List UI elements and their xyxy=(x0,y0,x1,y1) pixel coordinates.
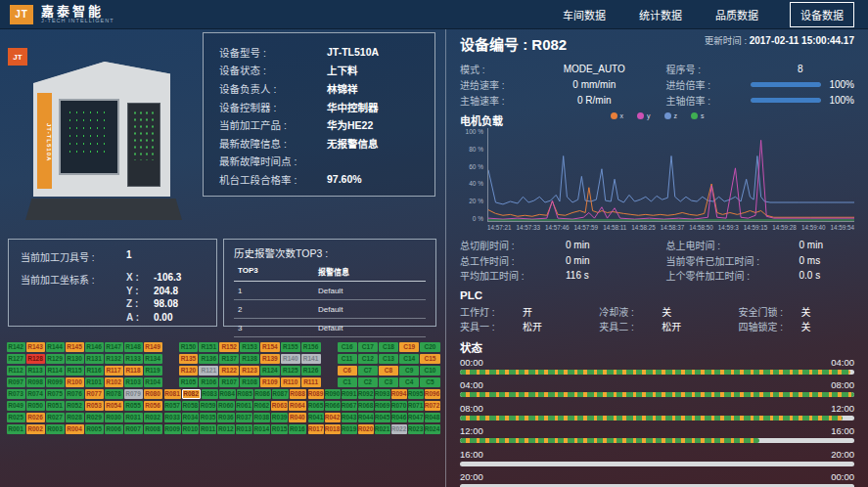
tag-R043[interactable]: R043 xyxy=(342,413,357,422)
tag-R109[interactable]: R109 xyxy=(260,377,280,387)
tag-R028[interactable]: R028 xyxy=(66,413,84,422)
tag-R152[interactable]: R152 xyxy=(219,342,239,352)
nav-tab-workshop[interactable]: 车间数据 xyxy=(561,3,608,26)
tag-R016[interactable]: R016 xyxy=(289,424,305,434)
tag-R065[interactable]: R065 xyxy=(308,401,324,411)
tag-R038[interactable]: R038 xyxy=(253,413,270,422)
tag-R008[interactable]: R008 xyxy=(144,424,162,434)
tag-R010[interactable]: R010 xyxy=(182,424,199,434)
tag-R141[interactable]: R141 xyxy=(301,354,321,364)
tag-R148[interactable]: R148 xyxy=(124,342,143,352)
tag-R049[interactable]: R049 xyxy=(7,401,25,411)
tag-R127[interactable]: R127 xyxy=(7,354,25,364)
tag-R075[interactable]: R075 xyxy=(46,389,65,399)
tag-R074[interactable]: R074 xyxy=(26,389,45,399)
tag-R123[interactable]: R123 xyxy=(240,366,259,376)
tag-R087[interactable]: R087 xyxy=(272,389,289,399)
tag-C14[interactable]: C14 xyxy=(399,354,419,364)
tag-R045[interactable]: R045 xyxy=(375,413,390,422)
tag-R086[interactable]: R086 xyxy=(254,389,271,399)
tag-R004[interactable]: R004 xyxy=(66,424,84,434)
tag-C10[interactable]: C10 xyxy=(420,366,439,376)
tag-C4[interactable]: C4 xyxy=(399,377,419,387)
tag-R005[interactable]: R005 xyxy=(85,424,104,434)
tag-R151[interactable]: R151 xyxy=(199,342,218,352)
tag-R104[interactable]: R104 xyxy=(144,377,162,387)
tag-R101[interactable]: R101 xyxy=(85,377,104,387)
tag-R039[interactable]: R039 xyxy=(271,413,288,422)
tag-R125[interactable]: R125 xyxy=(281,366,300,376)
tag-R105[interactable]: R105 xyxy=(179,377,199,387)
tag-R092[interactable]: R092 xyxy=(358,389,374,399)
tag-R082[interactable]: R082 xyxy=(182,389,201,399)
tag-R055[interactable]: R055 xyxy=(124,401,143,411)
tag-R017[interactable]: R017 xyxy=(308,424,324,434)
tag-R150[interactable]: R150 xyxy=(179,342,199,352)
tag-R110[interactable]: R110 xyxy=(281,377,300,387)
tag-R119[interactable]: R119 xyxy=(144,366,162,376)
tag-C9[interactable]: C9 xyxy=(399,366,419,376)
tag-R054[interactable]: R054 xyxy=(105,401,123,411)
tag-R108[interactable]: R108 xyxy=(240,377,259,387)
tag-R147[interactable]: R147 xyxy=(105,342,123,352)
tag-R013[interactable]: R013 xyxy=(236,424,252,434)
tag-R079[interactable]: R079 xyxy=(124,389,143,399)
nav-tab-quality[interactable]: 品质数据 xyxy=(713,3,760,26)
tag-R093[interactable]: R093 xyxy=(375,389,390,399)
tag-C7[interactable]: C7 xyxy=(358,366,378,376)
tag-R094[interactable]: R094 xyxy=(391,389,407,399)
tag-R001[interactable]: R001 xyxy=(7,424,25,434)
tag-C3[interactable]: C3 xyxy=(379,377,398,387)
tag-R058[interactable]: R058 xyxy=(182,401,199,411)
tag-C18[interactable]: C18 xyxy=(379,342,398,352)
tag-R026[interactable]: R026 xyxy=(26,413,45,422)
tag-R014[interactable]: R014 xyxy=(253,424,270,434)
tag-R048[interactable]: R048 xyxy=(425,413,440,422)
tag-R063[interactable]: R063 xyxy=(271,401,288,411)
tag-C15[interactable]: C15 xyxy=(420,354,439,364)
tag-R042[interactable]: R042 xyxy=(325,413,341,422)
tag-R070[interactable]: R070 xyxy=(391,401,407,411)
tag-R029[interactable]: R029 xyxy=(85,413,104,422)
tag-R036[interactable]: R036 xyxy=(217,413,234,422)
tag-R080[interactable]: R080 xyxy=(144,389,162,399)
tag-R027[interactable]: R027 xyxy=(46,413,65,422)
tag-C19[interactable]: C19 xyxy=(399,342,419,352)
tag-R053[interactable]: R053 xyxy=(85,401,104,411)
tag-R149[interactable]: R149 xyxy=(144,342,162,352)
tag-C1[interactable]: C1 xyxy=(338,377,357,387)
tag-R024[interactable]: R024 xyxy=(425,424,440,434)
tag-C17[interactable]: C17 xyxy=(358,342,378,352)
tag-R050[interactable]: R050 xyxy=(26,401,45,411)
tag-R037[interactable]: R037 xyxy=(236,413,252,422)
tag-C20[interactable]: C20 xyxy=(420,342,439,352)
tag-R115[interactable]: R115 xyxy=(66,366,84,376)
tag-R126[interactable]: R126 xyxy=(301,366,321,376)
tag-C2[interactable]: C2 xyxy=(358,377,378,387)
tag-R064[interactable]: R064 xyxy=(289,401,305,411)
tag-R156[interactable]: R156 xyxy=(301,342,321,352)
tag-R022[interactable]: R022 xyxy=(391,424,407,434)
tag-R136[interactable]: R136 xyxy=(199,354,218,364)
tag-R052[interactable]: R052 xyxy=(66,401,84,411)
tag-R139[interactable]: R139 xyxy=(260,354,280,364)
tag-R099[interactable]: R099 xyxy=(46,377,65,387)
tag-R023[interactable]: R023 xyxy=(408,424,424,434)
tag-R144[interactable]: R144 xyxy=(46,342,65,352)
tag-R096[interactable]: R096 xyxy=(425,389,440,399)
tag-R120[interactable]: R120 xyxy=(179,366,199,376)
tag-R107[interactable]: R107 xyxy=(219,377,239,387)
tag-R035[interactable]: R035 xyxy=(200,413,216,422)
tag-R124[interactable]: R124 xyxy=(260,366,280,376)
tag-R034[interactable]: R034 xyxy=(182,413,199,422)
tag-R025[interactable]: R025 xyxy=(7,413,25,422)
tag-R117[interactable]: R117 xyxy=(105,366,123,376)
tag-R032[interactable]: R032 xyxy=(144,413,162,422)
tag-R057[interactable]: R057 xyxy=(164,401,181,411)
tag-R009[interactable]: R009 xyxy=(164,424,181,434)
tag-R083[interactable]: R083 xyxy=(202,389,218,399)
tag-C13[interactable]: C13 xyxy=(379,354,398,364)
tag-R138[interactable]: R138 xyxy=(240,354,259,364)
tag-R113[interactable]: R113 xyxy=(26,366,45,376)
tag-R100[interactable]: R100 xyxy=(66,377,84,387)
